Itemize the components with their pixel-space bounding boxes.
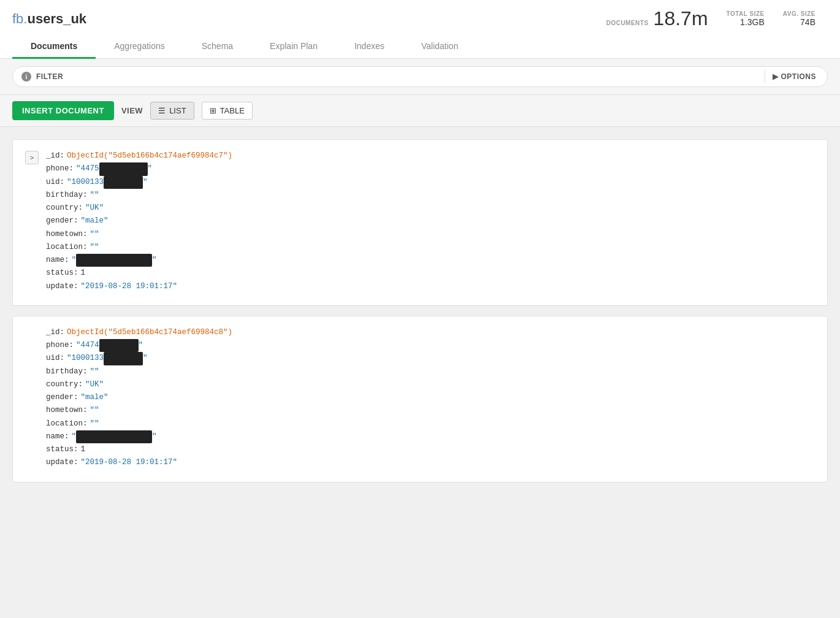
total-size-stat: TOTAL SIZE 1.3GB (727, 10, 765, 27)
filter-label: FILTER (36, 72, 63, 81)
filter-divider (765, 71, 765, 83)
doc-fields-2: _id: ObjectId("5d5eb166b4c174aef69984c8"… (46, 326, 815, 470)
tab-aggregations[interactable]: Aggregations (96, 35, 183, 59)
list-label: LIST (169, 106, 186, 115)
tab-explain-plan[interactable]: Explain Plan (251, 35, 336, 59)
list-view-button[interactable]: ☰ LIST (150, 102, 194, 120)
field-birthday-1: birthday: "" (46, 189, 815, 202)
doc-fields-1: _id: ObjectId("5d5eb166b4c174aef69984c7"… (46, 150, 815, 293)
field-country-1: country: "UK" (46, 202, 815, 215)
field-id-2: _id: ObjectId("5d5eb166b4c174aef69984c8"… (46, 326, 815, 339)
table-view-button[interactable]: ⊞ TABLE (202, 102, 253, 120)
field-phone-2: phone: "4474████████" (46, 339, 815, 352)
table-icon: ⊞ (210, 106, 216, 115)
documents-value: 18.7m (654, 7, 708, 30)
expand-button-1[interactable]: > (25, 151, 39, 164)
view-label: VIEW (121, 106, 143, 115)
tab-indexes[interactable]: Indexes (336, 35, 403, 59)
app-container: fb.users_uk DOCUMENTS 18.7m TOTAL SIZE 1… (0, 0, 840, 505)
filter-input[interactable] (68, 72, 760, 82)
field-name-1: name: "████████████████" (46, 254, 815, 267)
doc-row-1: > _id: ObjectId("5d5eb166b4c174aef69984c… (25, 150, 815, 293)
document-card-2: _id: ObjectId("5d5eb166b4c174aef69984c8"… (12, 316, 828, 483)
field-location-2: location: "" (46, 418, 815, 430)
filter-bar: i FILTER ▶ OPTIONS (12, 66, 828, 87)
action-toolbar: INSERT DOCUMENT VIEW ☰ LIST ⊞ TABLE (0, 95, 840, 127)
document-list: > _id: ObjectId("5d5eb166b4c174aef69984c… (0, 127, 840, 505)
options-arrow-icon: ▶ (773, 72, 779, 81)
collection-name: users_uk (27, 11, 86, 26)
documents-stat: DOCUMENTS 18.7m (606, 7, 708, 30)
filter-toolbar: i FILTER ▶ OPTIONS (0, 59, 840, 95)
document-card-1: > _id: ObjectId("5d5eb166b4c174aef69984c… (12, 139, 828, 306)
field-hometown-1: hometown: "" (46, 228, 815, 241)
field-update-2: update: "2019-08-28 19:01:17" (46, 456, 815, 469)
avg-size-stat: AVG. SIZE 74B (783, 10, 815, 27)
tab-documents[interactable]: Documents (12, 35, 96, 59)
collection-title: fb.users_uk (12, 11, 86, 27)
field-gender-1: gender: "male" (46, 215, 815, 227)
field-uid-2: uid: "1000133████████" (46, 352, 815, 365)
header: fb.users_uk DOCUMENTS 18.7m TOTAL SIZE 1… (0, 0, 840, 59)
avg-size-value: 74B (800, 17, 815, 27)
field-phone-1: phone: "4475██████████" (46, 162, 815, 175)
field-status-1: status: 1 (46, 267, 815, 280)
options-label: OPTIONS (781, 72, 816, 81)
field-update-1: update: "2019-08-28 19:01:17" (46, 280, 815, 293)
list-icon: ☰ (158, 106, 166, 115)
field-country-2: country: "UK" (46, 378, 815, 391)
doc-row-2: _id: ObjectId("5d5eb166b4c174aef69984c8"… (25, 326, 815, 470)
field-status-2: status: 1 (46, 443, 815, 456)
total-size-value: 1.3GB (740, 17, 765, 27)
tab-validation[interactable]: Validation (403, 35, 476, 59)
table-label: TABLE (220, 106, 245, 115)
field-birthday-2: birthday: "" (46, 365, 815, 378)
field-uid-1: uid: "1000133████████" (46, 176, 815, 189)
collection-prefix: fb. (12, 11, 27, 26)
avg-size-label: AVG. SIZE (783, 10, 815, 17)
documents-label: DOCUMENTS (606, 20, 649, 26)
field-name-2: name: "████████████████" (46, 430, 815, 443)
tab-schema[interactable]: Schema (183, 35, 251, 59)
field-hometown-2: hometown: "" (46, 404, 815, 417)
tabs: Documents Aggregations Schema Explain Pl… (12, 35, 828, 58)
insert-document-button[interactable]: INSERT DOCUMENT (12, 101, 114, 120)
header-top: fb.users_uk DOCUMENTS 18.7m TOTAL SIZE 1… (12, 7, 828, 35)
total-size-label: TOTAL SIZE (727, 10, 765, 17)
field-id-1: _id: ObjectId("5d5eb166b4c174aef69984c7"… (46, 150, 815, 162)
field-location-1: location: "" (46, 241, 815, 254)
header-stats: DOCUMENTS 18.7m TOTAL SIZE 1.3GB AVG. SI… (606, 7, 828, 30)
filter-info-icon: i (21, 72, 31, 82)
field-gender-2: gender: "male" (46, 391, 815, 404)
options-button[interactable]: ▶ OPTIONS (770, 72, 819, 81)
